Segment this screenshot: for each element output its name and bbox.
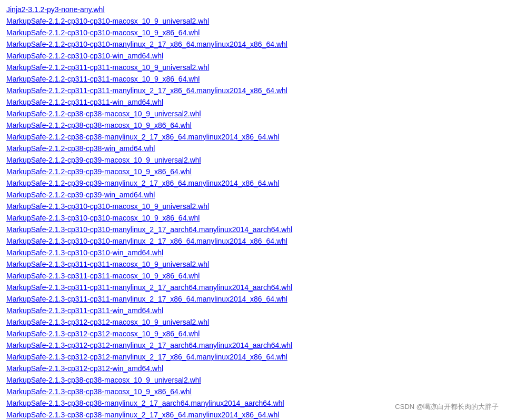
file-link[interactable]: MarkupSafe-2.1.2-cp310-cp310-manylinux_2… <box>6 39 501 49</box>
file-link[interactable]: MarkupSafe-2.1.3-cp311-cp311-manylinux_2… <box>6 282 501 293</box>
file-link[interactable]: MarkupSafe-2.1.2-cp38-cp38-macosx_10_9_x… <box>6 120 501 131</box>
file-link[interactable]: MarkupSafe-2.1.3-cp311-cp311-macosx_10_9… <box>6 271 501 281</box>
file-link[interactable]: MarkupSafe-2.1.3-cp312-cp312-manylinux_2… <box>6 352 501 362</box>
file-link[interactable]: MarkupSafe-2.1.3-cp311-cp311-win_amd64.w… <box>6 305 501 316</box>
file-link[interactable]: MarkupSafe-2.1.3-cp310-cp310-macosx_10_9… <box>6 201 501 212</box>
file-link[interactable]: MarkupSafe-2.1.2-cp39-cp39-win_amd64.whl <box>6 189 501 200</box>
file-link[interactable]: MarkupSafe-2.1.3-cp38-cp38-macosx_10_9_u… <box>6 375 501 385</box>
file-link[interactable]: Jinja2-3.1.2-py3-none-any.whl <box>6 4 501 15</box>
file-link[interactable]: MarkupSafe-2.1.2-cp310-cp310-macosx_10_9… <box>6 27 501 38</box>
file-link[interactable]: MarkupSafe-2.1.3-cp310-cp310-macosx_10_9… <box>6 213 501 223</box>
file-link[interactable]: MarkupSafe-2.1.3-cp310-cp310-manylinux_2… <box>6 224 501 235</box>
file-link[interactable]: MarkupSafe-2.1.3-cp311-cp311-macosx_10_9… <box>6 259 501 269</box>
file-link[interactable]: MarkupSafe-2.1.2-cp311-cp311-win_amd64.w… <box>6 97 501 107</box>
file-link[interactable]: MarkupSafe-2.1.3-cp312-cp312-manylinux_2… <box>6 340 501 351</box>
file-link[interactable]: MarkupSafe-2.1.2-cp310-cp310-macosx_10_9… <box>6 16 501 26</box>
file-link[interactable]: MarkupSafe-2.1.2-cp38-cp38-macosx_10_9_u… <box>6 108 501 119</box>
file-link[interactable]: MarkupSafe-2.1.2-cp311-cp311-manylinux_2… <box>6 85 501 96</box>
file-link[interactable]: MarkupSafe-2.1.3-cp310-cp310-win_amd64.w… <box>6 247 501 258</box>
file-link[interactable]: MarkupSafe-2.1.2-cp39-cp39-macosx_10_9_u… <box>6 155 501 165</box>
file-link[interactable]: MarkupSafe-2.1.2-cp38-cp38-win_amd64.whl <box>6 143 501 154</box>
file-link[interactable]: MarkupSafe-2.1.3-cp312-cp312-macosx_10_9… <box>6 317 501 327</box>
file-link[interactable]: MarkupSafe-2.1.3-cp312-cp312-win_amd64.w… <box>6 363 501 374</box>
watermark: CSDN @喝凉白开都长肉的大胖子 <box>395 402 499 412</box>
file-link[interactable]: MarkupSafe-2.1.3-cp311-cp311-manylinux_2… <box>6 294 501 304</box>
file-link[interactable]: MarkupSafe-2.1.2-cp311-cp311-macosx_10_9… <box>6 62 501 73</box>
file-link[interactable]: MarkupSafe-2.1.2-cp39-cp39-manylinux_2_1… <box>6 178 501 188</box>
file-link[interactable]: MarkupSafe-2.1.3-cp310-cp310-manylinux_2… <box>6 236 501 246</box>
file-link[interactable]: MarkupSafe-2.1.3-cp38-cp38-macosx_10_9_x… <box>6 386 501 397</box>
file-link-list: Jinja2-3.1.2-py3-none-any.whlMarkupSafe-… <box>6 4 501 420</box>
file-link[interactable]: MarkupSafe-2.1.2-cp38-cp38-manylinux_2_1… <box>6 132 501 142</box>
file-link[interactable]: MarkupSafe-2.1.3-cp312-cp312-macosx_10_9… <box>6 328 501 339</box>
file-link[interactable]: MarkupSafe-2.1.2-cp310-cp310-win_amd64.w… <box>6 51 501 61</box>
file-link[interactable]: MarkupSafe-2.1.2-cp311-cp311-macosx_10_9… <box>6 74 501 84</box>
file-link[interactable]: MarkupSafe-2.1.2-cp39-cp39-macosx_10_9_x… <box>6 166 501 177</box>
